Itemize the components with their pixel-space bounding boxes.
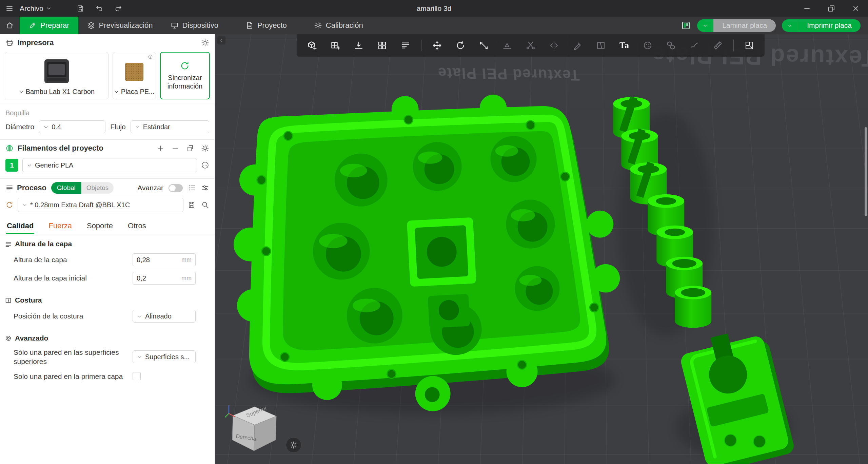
tab-calibracion[interactable]: Calibración: [305, 17, 372, 34]
tab-previsualizacion[interactable]: Previsualización: [78, 17, 162, 34]
redo-icon: [114, 4, 122, 13]
plate-settings-button[interactable]: [286, 437, 301, 453]
add-object-icon[interactable]: [301, 37, 322, 54]
process-scope-toggle: Global Objetos: [51, 182, 114, 194]
cut-icon[interactable]: [520, 37, 541, 54]
filament-select[interactable]: Generic PLA: [22, 158, 197, 172]
model-main-body[interactable]: [234, 95, 620, 411]
arrange-icon[interactable]: [372, 37, 393, 54]
sidebar-collapse-button[interactable]: [217, 36, 225, 44]
preset-revert-icon[interactable]: [5, 201, 14, 209]
tab-dispositivo[interactable]: Dispositivo: [162, 17, 227, 34]
slice-dropdown-button[interactable]: [697, 19, 713, 32]
tab-soporte[interactable]: Soporte: [86, 219, 114, 234]
prepare-icon: [28, 21, 37, 30]
slice-button[interactable]: Laminar placa: [713, 19, 776, 32]
split-objects-icon[interactable]: [395, 37, 416, 54]
tab-fuerza[interactable]: Fuerza: [48, 219, 72, 234]
top-one-wall-select[interactable]: Superficies s...: [133, 350, 196, 363]
filament-sync-icon[interactable]: [186, 144, 194, 152]
info-icon[interactable]: [148, 54, 153, 59]
plate-type-card[interactable]: Placa PE...: [113, 52, 156, 99]
auto-orient-icon[interactable]: [348, 37, 369, 54]
restore-button[interactable]: [819, 0, 844, 17]
redo-button[interactable]: [109, 0, 128, 17]
printer-settings-gear-icon[interactable]: [201, 39, 209, 47]
layer-height-input[interactable]: 0,28 mm: [133, 253, 196, 266]
home-icon: [6, 21, 14, 30]
project-icon: [245, 21, 254, 30]
3d-models[interactable]: [215, 34, 868, 464]
scope-objects-button[interactable]: Objetos: [81, 182, 114, 194]
first-layer-height-input[interactable]: 0,2 mm: [133, 272, 196, 285]
settings-list-icon[interactable]: [188, 184, 196, 192]
filament-settings-gear-icon[interactable]: [201, 144, 209, 152]
mirror-icon[interactable]: [544, 37, 565, 54]
lay-on-face-icon[interactable]: [497, 37, 518, 54]
file-menu[interactable]: Archivo: [19, 0, 56, 17]
print-button[interactable]: Imprimir placa: [798, 19, 861, 32]
plate-list-icon[interactable]: [681, 20, 691, 31]
nozzle-section-title: Boquilla: [0, 105, 215, 120]
flow-select[interactable]: Estándar: [131, 120, 209, 133]
calibration-icon: [314, 21, 322, 30]
compare-presets-icon[interactable]: [201, 184, 209, 192]
add-plate-icon[interactable]: [325, 37, 346, 54]
first-layer-one-wall-checkbox[interactable]: [133, 372, 141, 380]
first-layer-one-wall-label: Solo una pared en la primera capa: [14, 372, 127, 381]
nozzle-diameter-select[interactable]: 0.4: [39, 120, 105, 133]
axes-gizmo: [225, 405, 235, 418]
text-icon[interactable]: Ta: [614, 37, 635, 54]
save-button[interactable]: [71, 0, 90, 17]
filament-slot-badge[interactable]: 1: [5, 159, 18, 172]
slice-button-group: Laminar placa: [697, 19, 776, 32]
seam-position-select[interactable]: Alineado: [133, 310, 196, 323]
simplify-icon[interactable]: [684, 37, 705, 54]
chevron-down-icon: [22, 202, 27, 208]
scale-icon[interactable]: [473, 37, 494, 54]
scope-global-button[interactable]: Global: [51, 182, 81, 194]
tab-proyecto[interactable]: Proyecto: [237, 17, 296, 34]
print-dropdown-button[interactable]: [782, 19, 798, 32]
assembly-icon[interactable]: [660, 37, 682, 54]
measure-icon[interactable]: [707, 37, 728, 54]
viewport-scrollbar[interactable]: [865, 127, 867, 216]
filament-edit-icon[interactable]: [201, 161, 209, 169]
param-row-seam-position: Posición de la costura Alineado: [0, 307, 215, 325]
close-button[interactable]: [844, 0, 868, 17]
3d-viewport[interactable]: Textured PEI Plate Textured PEI Plate: [215, 34, 868, 464]
color-paint-icon[interactable]: [637, 37, 658, 54]
viewport-toolbar: Ta: [297, 34, 765, 57]
sync-info-button[interactable]: Sincronizar información: [160, 52, 210, 99]
process-preset-select[interactable]: * 0.28mm Extra Draft @BBL X1C: [18, 198, 183, 212]
minimize-button[interactable]: [795, 0, 819, 17]
printer-card[interactable]: Bambu Lab X1 Carbon: [5, 52, 108, 99]
tab-otros[interactable]: Otros: [127, 219, 147, 234]
move-icon[interactable]: [427, 37, 448, 54]
chevron-down-icon: [137, 314, 142, 319]
flow-label: Flujo: [110, 123, 126, 131]
home-button[interactable]: [0, 17, 20, 34]
undo-button[interactable]: [90, 0, 109, 17]
remove-filament-icon[interactable]: [171, 144, 179, 152]
chevron-down-icon: [46, 6, 51, 11]
hamburger-menu-button[interactable]: [0, 0, 19, 17]
paint-support-icon[interactable]: [567, 37, 588, 54]
filaments-section-title: Filamentos del proyecto: [18, 144, 103, 153]
arrange-plate-icon[interactable]: [739, 37, 760, 54]
process-param-tabs: Calidad Fuerza Soporte Otros: [0, 217, 215, 234]
layer-height-unit: mm: [181, 256, 192, 264]
save-preset-icon[interactable]: [188, 201, 196, 209]
navigation-cube[interactable]: Superior Derecha: [225, 400, 282, 461]
printer-name: Bambu Lab X1 Carbon: [26, 88, 95, 96]
layer-height-section-title: Altura de la capa: [0, 234, 215, 251]
search-settings-icon[interactable]: [201, 201, 209, 209]
filament-icon: [5, 144, 14, 152]
add-filament-icon[interactable]: [156, 144, 164, 152]
tab-preparar[interactable]: Preparar: [20, 17, 78, 34]
tab-calidad[interactable]: Calidad: [6, 219, 34, 234]
rotate-icon[interactable]: [450, 37, 471, 54]
seam-section-title: Costura: [0, 291, 215, 307]
seam-paint-icon[interactable]: [590, 37, 611, 54]
advanced-toggle[interactable]: [169, 184, 183, 192]
